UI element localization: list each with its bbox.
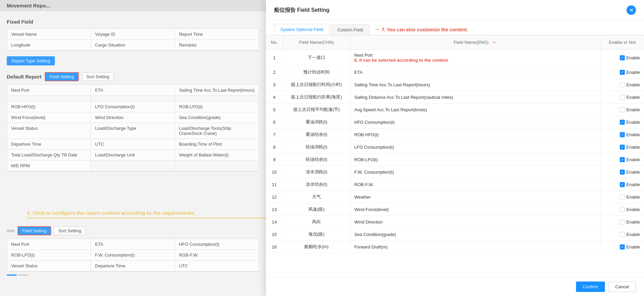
cell-enable[interactable]: Enable xyxy=(600,103,644,116)
cell-enable[interactable]: Enable xyxy=(600,216,644,228)
report-type-setting-button[interactable]: Report Type Setting xyxy=(7,56,55,65)
dr-cell-19: Load/Discharge Unit xyxy=(91,150,175,160)
cell-eng: Wind Direction xyxy=(350,216,600,228)
tab-bar: System Optional Field Custom Field ← 7. … xyxy=(266,21,644,35)
fixed-cell-report-time: Report Time xyxy=(175,29,259,40)
table-row: 2预计到达时间ETA✓Enable xyxy=(266,66,644,79)
dr-cell-20: Weight of Ballast Water(t) xyxy=(175,150,259,160)
tab-custom-field[interactable]: Custom Field xyxy=(331,24,370,35)
cell-enable[interactable]: Enable xyxy=(600,91,644,103)
dr-cell-7: LFO Consumption(t) xyxy=(91,101,175,112)
bottom-section: Field Setting Sort Setting Next Port ETA… xyxy=(7,226,259,276)
table-row: 5据上次日报平均航速(节)Avg.Speed Acc.To Last Repor… xyxy=(266,103,644,116)
cell-no: 3 xyxy=(266,79,283,91)
settings-table: No. Field Name(CHN) Field Name(ENG) → En… xyxy=(266,35,644,253)
cell-enable[interactable]: Enable xyxy=(600,191,644,203)
enable-checkbox[interactable]: ✓ xyxy=(620,157,625,162)
dr-cell-12: Vessel Status xyxy=(7,123,91,139)
bg-cell-6: Vessel Status xyxy=(7,261,91,271)
field-setting-button-top[interactable]: Field Setting xyxy=(45,72,78,81)
fixed-cell-vessel-name: Vessel Name xyxy=(7,29,91,40)
cell-enable[interactable]: ✓Enable xyxy=(600,241,644,253)
tab-system-optional-field[interactable]: System Optional Field xyxy=(274,24,330,35)
modal-close-button[interactable]: ✕ xyxy=(626,5,636,15)
bg-cell-0: Next Port xyxy=(7,239,91,250)
dr-cell-5 xyxy=(175,96,259,101)
enable-checkbox[interactable]: ✓ xyxy=(620,132,625,137)
enable-label: Enable xyxy=(626,207,640,212)
enable-checkbox[interactable] xyxy=(620,95,625,100)
cell-chn: 天气 xyxy=(283,191,350,203)
cell-enable[interactable]: ✓Enable xyxy=(600,178,644,191)
fixed-cell-voyage-id: Voyage ID xyxy=(91,29,175,40)
cell-enable[interactable]: ✓Enable xyxy=(600,141,644,153)
th-no: No. xyxy=(266,35,283,50)
cell-chn: 轻油结余(t) xyxy=(283,153,350,166)
cell-enable[interactable]: ✓Enable xyxy=(600,66,644,79)
cell-no: 10 xyxy=(266,166,283,178)
cell-eng: F.W. Consumption(t) xyxy=(350,166,600,178)
table-body: 1下一港口Next Port6. It can be selected acco… xyxy=(266,50,644,253)
cell-enable[interactable]: Enable xyxy=(600,79,644,91)
cell-enable[interactable]: ✓Enable xyxy=(600,166,644,178)
enable-checkbox[interactable] xyxy=(620,219,625,225)
cell-eng: ETA xyxy=(350,66,600,79)
cancel-button[interactable]: Cancel xyxy=(608,282,636,292)
table-row: 11淡水结余(t)ROB-F.W.✓Enable xyxy=(266,178,644,191)
cell-enable[interactable]: ✓Enable xyxy=(600,128,644,141)
enable-checkbox[interactable] xyxy=(620,195,625,200)
enable-checkbox[interactable]: ✓ xyxy=(620,170,625,175)
cell-eng: Weather xyxy=(350,191,600,203)
dr-cell-13: Load/Discharge Type xyxy=(91,123,175,139)
modal-panel: 船位报告 Field Setting ✕ System Optional Fie… xyxy=(266,0,644,296)
dr-cell-0: Next Port xyxy=(7,85,91,96)
dr-cell-16: UTC xyxy=(91,139,175,150)
confirm-button[interactable]: Confirm xyxy=(576,282,605,292)
enable-checkbox[interactable]: ✓ xyxy=(620,182,625,187)
enable-checkbox[interactable]: ✓ xyxy=(620,120,625,125)
cell-no: 5 xyxy=(266,103,283,116)
field-setting-button-bottom[interactable]: Field Setting xyxy=(18,226,51,235)
enable-checkbox[interactable] xyxy=(620,107,625,112)
sort-setting-button-bottom[interactable]: Sort Setting xyxy=(54,227,86,235)
dr-cell-18: Total Load/Discharge Qty Till Date xyxy=(7,150,91,160)
dr-cell-21: M/E RPM xyxy=(7,160,91,171)
cell-chn: 预计到达时间 xyxy=(283,66,350,79)
cell-enable[interactable]: ✓Enable xyxy=(600,116,644,128)
table-header: No. Field Name(CHN) Field Name(ENG) → En… xyxy=(266,35,644,50)
table-row: 16船舶吃水(m)Forward Draft(m)✓Enable xyxy=(266,241,644,253)
bg-cell-3: ROB-LFO(t) xyxy=(7,250,91,261)
cell-enable[interactable]: Enable xyxy=(600,228,644,241)
btn-gray-left[interactable] xyxy=(7,230,15,232)
dr-cell-14: Load/Discharge Tools(Ship Crane/Dock Cra… xyxy=(175,123,259,139)
table-row: 13风速(级)Wind Force(level)Enable xyxy=(266,203,644,216)
enable-checkbox[interactable]: ✓ xyxy=(620,145,625,150)
dr-cell-3 xyxy=(7,96,91,101)
row1-annotation: 6. It can be selected according to the c… xyxy=(354,58,596,63)
enable-label: Enable xyxy=(626,107,640,112)
enable-checkbox[interactable]: ✓ xyxy=(620,55,625,60)
cell-no: 15 xyxy=(266,228,283,241)
cell-enable[interactable]: Enable xyxy=(600,203,644,216)
cell-enable[interactable]: ✓Enable xyxy=(600,50,644,66)
cell-eng: ROB-F.W. xyxy=(350,178,600,191)
enable-label: Enable xyxy=(626,70,640,75)
table-row: 7重油结余(t)ROB-HFO(t)✓Enable xyxy=(266,128,644,141)
cell-enable[interactable]: ✓Enable xyxy=(600,153,644,166)
fixed-field-grid: Vessel Name Voyage ID Report Time Longit… xyxy=(7,29,259,51)
page-dot-2 xyxy=(18,274,28,276)
enable-label: Enable xyxy=(626,55,640,60)
cell-no: 6 xyxy=(266,116,283,128)
fixed-field-title: Fixed Field xyxy=(7,19,259,25)
dr-cell-2: Sailing Time Acc.To Last Report(hours) xyxy=(175,85,259,96)
enable-label: Enable xyxy=(626,219,640,225)
sort-setting-button-top[interactable]: Sort Setting xyxy=(82,72,114,81)
enable-checkbox[interactable] xyxy=(620,232,625,237)
enable-checkbox[interactable]: ✓ xyxy=(620,70,625,75)
enable-checkbox[interactable]: ✓ xyxy=(620,244,625,249)
enable-checkbox[interactable] xyxy=(620,82,625,87)
enable-checkbox[interactable] xyxy=(620,207,625,212)
cell-chn: 重油结余(t) xyxy=(283,128,350,141)
cell-eng: Sailing Time Acc.To Last Report(hours) xyxy=(350,79,600,91)
cell-chn: 淡水结余(t) xyxy=(283,178,350,191)
